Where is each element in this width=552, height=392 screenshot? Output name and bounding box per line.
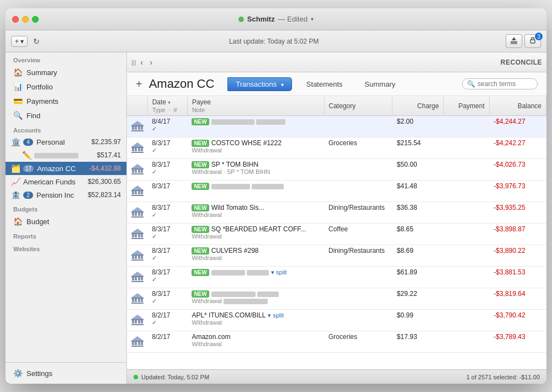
th-payee[interactable]: Payee Note <box>187 96 324 116</box>
tx-note: Withdrawal <box>192 255 320 261</box>
sidebar-item-settings[interactable]: ⚙️ Settings <box>6 366 126 380</box>
th-note: Note <box>192 107 205 113</box>
nav-back-button[interactable]: ‹ <box>139 57 146 68</box>
sidebar-item-amazon[interactable]: 🗂️ 17 Amazon CC -$4,432.88 <box>6 162 126 175</box>
svg-rect-45 <box>131 233 144 234</box>
svg-rect-20 <box>138 169 140 173</box>
table-row[interactable]: 8/2/17 Amazon.comWithdrawalGroceries$17.… <box>127 331 546 353</box>
tx-check: ✓ <box>152 319 183 326</box>
tab-account-summary[interactable]: Summary <box>357 78 404 91</box>
svg-rect-74 <box>132 342 134 345</box>
th-balance[interactable]: Balance <box>489 96 546 116</box>
sidebar-item-american-funds[interactable]: 📈 American Funds $26,300.65 <box>6 175 126 188</box>
tx-icon-cell <box>127 224 147 245</box>
table-row[interactable]: 8/4/17 ✓NEW $2.00-$4,244.27 <box>127 116 546 137</box>
table-row[interactable]: 8/2/17 ✓APL* ITUNES.COM/BILL▾ splitWithd… <box>127 310 546 331</box>
split-link[interactable]: ▾ split <box>268 312 284 319</box>
sidebar-item-payments[interactable]: 💳 Payments <box>6 94 126 108</box>
tx-date-cell: 8/3/17 ✓ <box>147 224 187 245</box>
account-header: + Amazon CC Transactions ▾ Statements Su… <box>127 72 546 96</box>
search-input[interactable] <box>477 80 533 88</box>
search-box[interactable]: 🔍 <box>462 78 538 89</box>
add-button[interactable]: + ▾ <box>11 36 28 47</box>
tx-balance: -$3,890.22 <box>493 247 525 255</box>
title-chevron[interactable]: ▾ <box>311 16 314 22</box>
svg-marker-30 <box>131 186 144 190</box>
table-row[interactable]: 8/3/17 ✓NEWCULVERS #298WithdrawalDining/… <box>127 245 546 267</box>
tx-category-cell <box>324 288 392 310</box>
table-row[interactable]: 8/3/17 ✓NEW ▾ split$61.89-$3,881.53 <box>127 267 546 288</box>
sidebar-item-pension[interactable]: 🏦 2 Pension Inc $52,823.14 <box>6 188 126 202</box>
sidebar-item-account2[interactable]: ✏️ $517.41 <box>6 149 126 162</box>
table-row[interactable]: 8/3/17 ✓NEW Withdrawal $29.22-$3,819.64 <box>127 288 546 310</box>
amazon-balance: -$4,432.88 <box>89 165 121 172</box>
nav-forward-button[interactable]: › <box>147 57 155 68</box>
tx-category-text: Groceries <box>328 333 357 341</box>
table-row[interactable]: 8/3/17 ✓NEWSP * TOM BIHNWithdrawal · SP … <box>127 159 546 181</box>
tx-payee-cell: APL* ITUNES.COM/BILL▾ splitWithdrawal <box>187 310 324 331</box>
th-category[interactable]: Category <box>324 96 392 116</box>
content-area: ||| ‹ › RECONCILE + Amazon CC Transactio… <box>127 52 546 384</box>
tx-date-cell: 8/3/17 ✓ <box>147 288 187 310</box>
reconcile-button[interactable]: RECONCILE <box>501 59 542 66</box>
fullscreen-button[interactable] <box>32 16 39 23</box>
tab-transactions[interactable]: Transactions ▾ <box>227 77 292 91</box>
svg-marker-37 <box>131 207 144 211</box>
svg-rect-67 <box>132 320 134 324</box>
bank-icon <box>130 118 145 134</box>
pension-account-name: Pension Inc <box>36 191 84 199</box>
tx-date: 8/3/17 <box>152 204 183 211</box>
tx-balance: -$3,898.87 <box>493 225 525 233</box>
table-row[interactable]: 8/3/17 ✓NEWSQ *BEARDED HEART COFF...With… <box>127 224 546 245</box>
toolbar-right: 3 <box>506 34 541 48</box>
personal-icon: 🏛️ <box>11 137 20 146</box>
th-charge[interactable]: Charge <box>392 96 444 116</box>
svg-rect-56 <box>141 277 143 280</box>
th-payment[interactable]: Payment <box>444 96 490 116</box>
svg-rect-4 <box>132 126 134 130</box>
minimize-button[interactable] <box>22 16 29 23</box>
transaction-add-button[interactable]: + <box>136 78 142 89</box>
tx-note: Withdrawal <box>192 319 320 326</box>
svg-rect-38 <box>131 211 144 213</box>
statusbar: Updated: Today, 5:02 PM 1 of 2571 select… <box>127 369 546 384</box>
svg-rect-73 <box>131 319 144 320</box>
tx-date: 8/3/17 <box>152 139 183 147</box>
tx-payee-row: NEW <box>192 182 320 190</box>
svg-rect-33 <box>135 213 137 216</box>
export-button[interactable] <box>506 34 522 48</box>
table-row[interactable]: 8/3/17 ✓NEWWild Tomato Sis...WithdrawalD… <box>127 202 546 224</box>
table-row[interactable]: 8/3/17 NEW $41.48-$3,976.73 <box>127 181 546 202</box>
account-title: Amazon CC <box>149 77 215 91</box>
tx-balance: -$3,789.43 <box>493 333 525 341</box>
split-link[interactable]: ▾ split <box>271 269 287 276</box>
svg-rect-28 <box>141 191 143 194</box>
sidebar-item-find[interactable]: 🔍 Find <box>6 108 126 123</box>
table-row[interactable]: 8/3/17 ✓NEWCOSTCO WHSE #1222WithdrawalGr… <box>127 137 546 159</box>
sidebar-item-summary[interactable]: 🏠 Summary <box>6 65 126 80</box>
tab-statements[interactable]: Statements <box>299 78 351 91</box>
amazon-badge: 17 <box>23 165 34 172</box>
tx-charge: $8.69 <box>397 247 413 255</box>
refresh-button[interactable]: ↻ <box>31 36 42 47</box>
close-button[interactable] <box>12 16 19 23</box>
tx-payment-cell <box>444 267 490 288</box>
sidebar: Overview 🏠 Summary 📊 Portfolio 💳 Payment… <box>6 52 127 384</box>
svg-rect-64 <box>131 303 144 304</box>
svg-rect-25 <box>132 191 134 194</box>
bank-icon <box>130 333 145 349</box>
th-date[interactable]: Date ▾ Type · # <box>147 96 187 116</box>
account2-name <box>34 151 94 160</box>
tx-payee-text <box>211 182 284 190</box>
sidebar-item-budget[interactable]: 🏠 Budget <box>6 214 126 229</box>
sync-button[interactable]: 3 <box>524 34 541 48</box>
new-badge: NEW <box>192 161 209 168</box>
sidebar-item-personal[interactable]: 🏛️ 4 Personal $2,235.97 <box>6 135 126 149</box>
status-selection-text: 1 of 2571 selected: -$11.00 <box>466 374 540 380</box>
tx-category-cell: Dining/Restaurants <box>324 245 392 267</box>
tx-balance: -$4,026.73 <box>493 161 525 168</box>
sidebar-item-portfolio[interactable]: 📊 Portfolio <box>6 80 126 94</box>
svg-rect-57 <box>131 281 144 282</box>
svg-rect-54 <box>135 277 137 280</box>
new-badge: NEW <box>192 204 209 211</box>
